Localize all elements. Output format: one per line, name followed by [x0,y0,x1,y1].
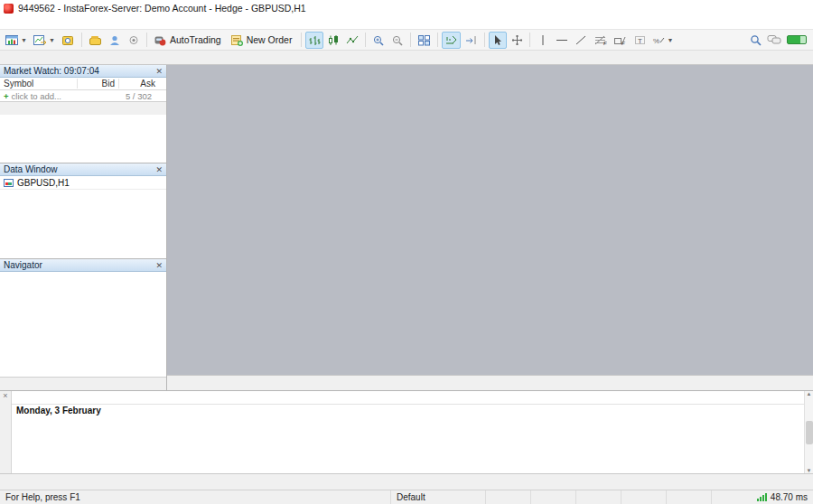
candlestick-chart-icon[interactable] [324,32,342,49]
navigator-tree [0,272,166,377]
toolbar: ▼ ▼ AutoTrading New Order [0,30,813,51]
chart-tab-bar [167,375,813,390]
svg-text:%: % [653,37,659,45]
toolbox-strip: × [0,391,12,473]
toolbox-panel: × Monday, 3 February ▲▼ [0,390,813,473]
navigator-title: Navigator [4,260,42,270]
calendar-columns [12,391,813,405]
left-sidebar: Market Watch: 09:07:04 ✕ Symbol Bid Ask … [0,65,167,390]
market-watch-header: Market Watch: 09:07:04 ✕ [0,65,166,78]
community-button[interactable] [106,32,124,49]
chevron-down-icon: ▼ [667,37,673,43]
navigator-panel: Navigator ✕ [0,259,166,390]
signal-bars-icon [757,493,767,501]
calendar-table: Monday, 3 February ▲▼ [12,391,813,473]
profiles-button[interactable]: ▼ [31,32,58,49]
status-latency: 48.70 ms [712,490,813,504]
search-icon[interactable] [750,34,762,46]
autotrading-button[interactable]: AutoTrading [151,32,227,49]
shapes-icon[interactable]: F [611,32,630,49]
close-icon[interactable]: ✕ [155,165,163,174]
crosshair-icon[interactable] [508,32,526,49]
close-icon[interactable]: × [3,391,7,400]
auto-scroll-icon[interactable] [442,32,461,49]
chart-icon [4,179,14,187]
chart-workspace [167,65,813,375]
status-bar: For Help, press F1 Default 48.70 ms [0,490,813,504]
chart-shift-icon[interactable] [462,32,481,49]
close-icon[interactable]: ✕ [155,261,163,270]
data-folder-button[interactable] [59,32,78,49]
app-logo-icon [4,4,14,14]
column-ask[interactable]: Ask [119,79,166,89]
new-order-button[interactable]: New Order [228,32,298,49]
trendline-icon[interactable] [572,32,590,49]
status-help-text: For Help, press F1 [0,490,391,504]
tile-windows-icon[interactable] [415,32,434,49]
market-watch-panel: Market Watch: 09:07:04 ✕ Symbol Bid Ask … [0,65,166,163]
calendar-group-row: Monday, 3 February [12,405,813,416]
latency-value: 48.70 ms [771,492,808,502]
calendar-scrollbar[interactable]: ▲▼ [804,391,813,473]
timeframe-bar [0,51,813,65]
signals-button[interactable] [125,32,143,49]
mt5-window: 9449562 - InstaForex-Server: Demo Accoun… [0,0,813,504]
column-bid[interactable]: Bid [78,79,119,89]
data-window-symbol: GBPUSD,H1 [0,176,166,190]
status-profile[interactable]: Default [391,490,486,504]
connection-status-icon [787,35,807,44]
autotrading-label: AutoTrading [169,34,224,45]
data-window-header: Data Window ✕ [0,163,166,176]
chevron-down-icon: ▼ [21,37,27,43]
market-watch-title: Market Watch: 09:07:04 [4,66,99,76]
cursor-icon[interactable] [489,32,507,49]
svg-text:F: F [603,41,607,46]
title-bar: 9449562 - InstaForex-Server: Demo Accoun… [0,0,813,16]
deposit-button[interactable] [86,32,105,49]
column-symbol[interactable]: Symbol [0,79,78,89]
new-chart-button[interactable]: ▼ [3,32,30,49]
fibonacci-icon[interactable]: F [591,32,610,49]
market-watch-columns: Symbol Bid Ask [0,78,166,90]
close-icon[interactable]: ✕ [155,67,163,76]
symbol-count: 5 / 302 [126,91,163,101]
data-window-symbol-label: GBPUSD,H1 [17,178,70,188]
navigator-header: Navigator ✕ [0,259,166,272]
window-title: 9449562 - InstaForex-Server: Demo Accoun… [18,3,306,14]
new-order-label: New Order [246,34,295,45]
market-watch-add-row[interactable]: + click to add... 5 / 302 [0,90,166,101]
toolbox-tab-bar [0,473,813,490]
chevron-down-icon: ▼ [49,37,55,43]
plus-icon: + [4,91,9,101]
text-label-icon[interactable]: T [631,32,649,49]
horizontal-line-icon[interactable] [553,32,571,49]
svg-text:T: T [638,36,642,44]
vertical-line-icon[interactable] [534,32,552,49]
svg-text:F: F [621,41,625,46]
bar-chart-icon[interactable] [305,32,323,49]
arrow-objects-icon[interactable]: % ▼ [649,32,676,49]
add-symbol-label: click to add... [12,91,61,101]
menu-bar [0,16,813,30]
chat-icon[interactable] [767,34,781,45]
data-window-title: Data Window [4,164,57,174]
zoom-in-icon[interactable] [369,32,388,49]
data-window-panel: Data Window ✕ GBPUSD,H1 [0,163,166,259]
line-chart-icon[interactable] [343,32,361,49]
zoom-out-icon[interactable] [388,32,406,49]
